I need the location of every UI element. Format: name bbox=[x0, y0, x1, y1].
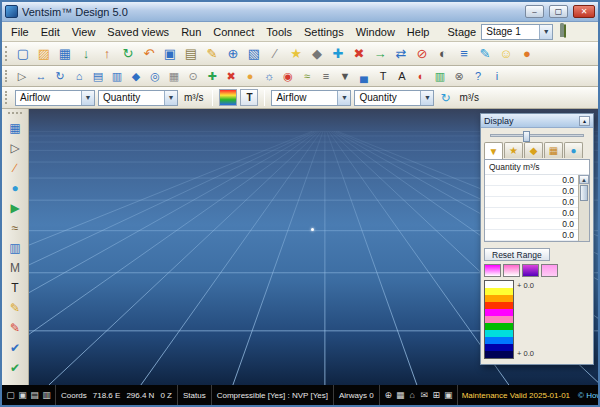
legend-color-band[interactable] bbox=[485, 302, 513, 309]
tab-data-icon[interactable]: ▦ bbox=[544, 142, 563, 158]
orbit-icon[interactable]: ↻ bbox=[51, 68, 69, 85]
compressible-segment[interactable]: Compressible [Yes] : NVP [Yes] bbox=[212, 385, 334, 405]
block-airway-icon[interactable]: ⊘ bbox=[412, 44, 432, 64]
split-view-icon[interactable]: ▣ bbox=[17, 389, 28, 401]
gas-icon[interactable]: ≈ bbox=[298, 68, 316, 85]
quantity-select-primary[interactable]: Quantity ▼ bbox=[98, 90, 178, 106]
fit-view-icon[interactable]: ◎ bbox=[146, 68, 164, 85]
add-view-icon[interactable]: ⊞ bbox=[431, 389, 442, 401]
text-tool-icon[interactable]: T bbox=[5, 278, 26, 297]
minimize-button[interactable]: – bbox=[525, 5, 544, 18]
full-view-icon[interactable]: ▥ bbox=[41, 389, 52, 401]
text-display-button[interactable]: T bbox=[240, 89, 258, 106]
range-value-row[interactable]: 0.0 bbox=[485, 197, 578, 208]
toolbar-grip[interactable] bbox=[5, 91, 9, 104]
sphere-icon[interactable]: ● bbox=[517, 44, 537, 64]
tab-heat-icon[interactable]: ◆ bbox=[524, 142, 543, 158]
run-simulation-icon[interactable]: ▶ bbox=[5, 198, 26, 217]
tab-graphics-icon[interactable]: ● bbox=[564, 142, 583, 158]
add-node-icon[interactable]: ✚ bbox=[328, 44, 348, 64]
home-icon[interactable]: ⌂ bbox=[407, 389, 418, 401]
airflow-select-primary[interactable]: Airflow ▼ bbox=[15, 90, 95, 106]
menu-tools[interactable]: Tools bbox=[260, 24, 298, 40]
paste-icon[interactable]: ▤ bbox=[181, 44, 201, 64]
node-icon[interactable]: ● bbox=[241, 68, 259, 85]
export-icon[interactable]: ↑ bbox=[97, 44, 117, 64]
toolbar-grip[interactable] bbox=[8, 112, 22, 114]
cube-icon[interactable]: ▦ bbox=[395, 389, 406, 401]
contaminant-icon[interactable]: ≈ bbox=[5, 218, 26, 237]
menu-window[interactable]: Window bbox=[350, 24, 401, 40]
range-value-row[interactable]: 0.0 bbox=[485, 175, 578, 186]
open-folder-icon[interactable]: ▨ bbox=[34, 44, 54, 64]
legend-icon[interactable]: ▥ bbox=[431, 68, 449, 85]
brush-tool-icon[interactable]: ✎ bbox=[5, 318, 26, 337]
menu-file[interactable]: File bbox=[5, 24, 35, 40]
tab-airflow-icon[interactable]: ★ bbox=[504, 142, 523, 158]
globe-icon[interactable]: ● bbox=[5, 178, 26, 197]
legend-color-band[interactable] bbox=[485, 330, 513, 337]
tools-icon[interactable]: ◆ bbox=[307, 44, 327, 64]
font-icon[interactable]: A bbox=[393, 68, 411, 85]
stage-select[interactable]: Stage 1 ▼ bbox=[481, 24, 553, 40]
slider-thumb[interactable] bbox=[523, 131, 530, 142]
draw-tool-icon[interactable]: ∕ bbox=[5, 158, 26, 177]
import-icon[interactable]: ↓ bbox=[76, 44, 96, 64]
fan-icon[interactable]: ☼ bbox=[260, 68, 278, 85]
iso-view-icon[interactable]: ◆ bbox=[127, 68, 145, 85]
undo-icon[interactable]: ↶ bbox=[139, 44, 159, 64]
toolbar-grip[interactable] bbox=[5, 70, 9, 83]
quad-view-icon[interactable]: ▤ bbox=[29, 389, 40, 401]
reverse-flow-icon[interactable]: ⇄ bbox=[391, 44, 411, 64]
contour-icon[interactable]: ≡ bbox=[454, 44, 474, 64]
delete-icon[interactable]: ✖ bbox=[349, 44, 369, 64]
color-wheel-icon[interactable]: ◐ bbox=[412, 68, 430, 85]
airflow-swirl-icon[interactable]: ↻ bbox=[437, 91, 453, 105]
pointer-icon[interactable]: ▷ bbox=[13, 68, 31, 85]
legend-color-band[interactable] bbox=[485, 323, 513, 330]
top-view-icon[interactable]: ▤ bbox=[89, 68, 107, 85]
quantity-select-secondary[interactable]: Quantity ▼ bbox=[354, 90, 434, 106]
swatch-magenta-white[interactable] bbox=[484, 264, 501, 277]
scroll-up-icon[interactable]: ▲ bbox=[579, 175, 589, 184]
color-scale-button[interactable] bbox=[219, 89, 237, 106]
range-value-row[interactable]: 0.0 bbox=[485, 230, 578, 241]
snap-icon[interactable]: ⊙ bbox=[184, 68, 202, 85]
help-icon[interactable]: ? bbox=[469, 68, 487, 85]
range-value-row[interactable]: 0.0 bbox=[485, 219, 578, 230]
heat-icon[interactable]: ◉ bbox=[279, 68, 297, 85]
pencil-tool-icon[interactable]: ✎ bbox=[5, 298, 26, 317]
reset-range-button[interactable]: Reset Range bbox=[484, 248, 550, 261]
delete-airway-icon[interactable]: ✖ bbox=[222, 68, 240, 85]
legend-color-band[interactable] bbox=[485, 281, 513, 288]
data-grid-icon[interactable]: ▦ bbox=[5, 118, 26, 137]
filter-icon[interactable]: ▼ bbox=[336, 68, 354, 85]
mail-icon[interactable]: ✉ bbox=[419, 389, 430, 401]
compass-icon[interactable]: ⊕ bbox=[383, 389, 394, 401]
flow-forward-icon[interactable]: → bbox=[370, 44, 390, 64]
legend-color-band[interactable] bbox=[485, 309, 513, 316]
info-icon[interactable]: i bbox=[488, 68, 506, 85]
menu-help[interactable]: Help bbox=[401, 24, 436, 40]
settings-gear-icon[interactable]: ⊗ bbox=[450, 68, 468, 85]
menu-edit[interactable]: Edit bbox=[35, 24, 66, 40]
menu-run[interactable]: Run bbox=[175, 24, 207, 40]
text-label-icon[interactable]: T bbox=[374, 68, 392, 85]
menu-view[interactable]: View bbox=[66, 24, 102, 40]
select-tool-icon[interactable]: ▷ bbox=[5, 138, 26, 157]
legend-color-band[interactable] bbox=[485, 344, 513, 351]
pan-icon[interactable]: ↔ bbox=[32, 68, 50, 85]
legend-color-band[interactable] bbox=[485, 337, 513, 344]
swatch-purple[interactable] bbox=[522, 264, 539, 277]
swatch-pink-white[interactable] bbox=[503, 264, 520, 277]
single-view-icon[interactable]: ▢ bbox=[5, 389, 16, 401]
front-view-icon[interactable]: ▥ bbox=[108, 68, 126, 85]
layers-icon[interactable]: ≡ bbox=[317, 68, 335, 85]
swatch-rose[interactable] bbox=[541, 264, 558, 277]
monitor-icon[interactable]: ▣ bbox=[443, 389, 454, 401]
edit-pencil-icon[interactable]: ✎ bbox=[202, 44, 222, 64]
measure-tool-icon[interactable]: M bbox=[5, 258, 26, 277]
range-value-row[interactable]: 0.0 bbox=[485, 208, 578, 219]
verify-blue-icon[interactable]: ✔ bbox=[5, 338, 26, 357]
legend-color-band[interactable] bbox=[485, 351, 513, 358]
